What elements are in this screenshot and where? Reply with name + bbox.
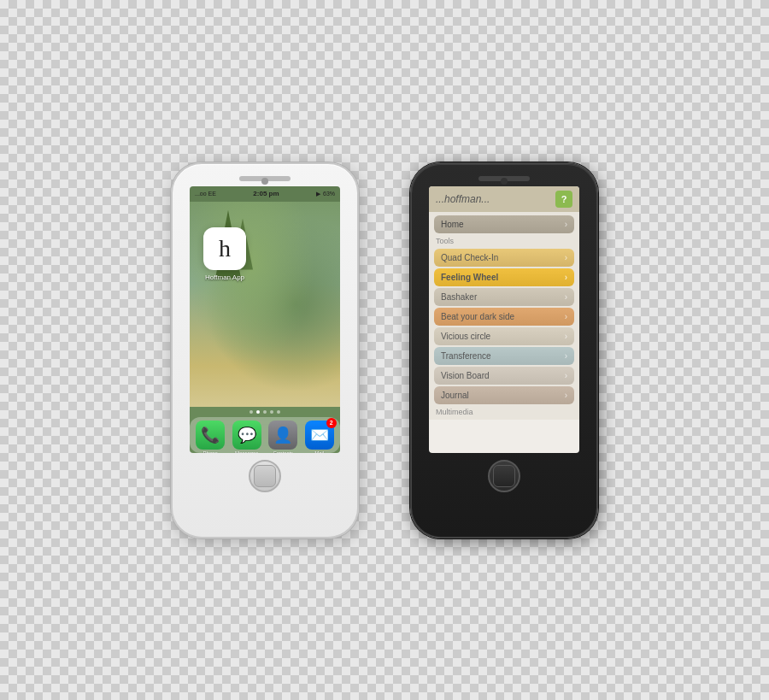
chevron-icon-feeling: › [565, 273, 567, 282]
multimedia-section-label: Multimedia [429, 406, 579, 418]
front-camera [261, 178, 268, 185]
mail-app[interactable]: ✉️ 2 Mail [302, 421, 338, 453]
status-time: 2:05 pm [253, 190, 279, 197]
hoffman-app-label: Hoffman App [202, 274, 248, 281]
page-dots [190, 410, 340, 414]
black-iphone: ...hoffman... ? Home › Tools Quad Check-… [410, 162, 598, 538]
menu-item-vision-board[interactable]: Vision Board › [434, 367, 574, 385]
dot-5 [277, 410, 280, 414]
messages-label: Messages [235, 450, 258, 453]
chevron-icon-beat: › [565, 312, 567, 321]
wallpaper: h Hoffman App [190, 202, 340, 407]
white-iphone: ...oo EE 2:05 pm ▶ 63% h Hoffman App 📞 [171, 162, 359, 538]
chevron-icon-vicious: › [565, 332, 567, 341]
menu-item-quad-checkin[interactable]: Quad Check-In › [434, 249, 574, 267]
contacts-app[interactable]: 👤 Contacts [266, 421, 301, 453]
chevron-icon-journal: › [565, 391, 567, 400]
phone-icon: 📞 [196, 421, 225, 450]
app-header: ...hoffman... ? [429, 186, 579, 212]
chevron-icon-quad: › [565, 253, 567, 262]
mail-badge: 2 [326, 418, 337, 428]
chevron-icon-visionboard: › [565, 371, 567, 380]
front-camera-black [501, 178, 508, 185]
hoffman-app-icon[interactable]: h [203, 227, 246, 270]
dot-4 [270, 410, 273, 414]
vicious-label: Vicious circle [441, 332, 490, 341]
menu-item-home[interactable]: Home › [434, 215, 574, 233]
phone-app[interactable]: 📞 Phone [193, 421, 228, 453]
carrier-text: ...oo EE [195, 191, 216, 197]
home-button-inner-black [493, 465, 515, 487]
menu-item-bashaker[interactable]: Bashaker › [434, 288, 574, 306]
dot-2 [256, 410, 260, 414]
chevron-icon-transference: › [565, 351, 567, 361]
visionboard-label: Vision Board [441, 371, 490, 380]
app-dock: 📞 Phone 💬 Messages 👤 Contacts ✉️ 2 Mail [190, 417, 340, 453]
mail-label: Mail [314, 450, 324, 453]
messages-icon: 💬 [232, 421, 261, 450]
chevron-icon-bashaker: › [565, 292, 567, 302]
home-button[interactable] [249, 460, 281, 492]
app-title: ...hoffman... [436, 193, 490, 205]
menu-item-beat-dark-side[interactable]: Beat your dark side › [434, 308, 574, 326]
status-right: ▶ 63% [316, 191, 335, 197]
bashaker-label: Bashaker [441, 292, 477, 302]
home-label: Home [441, 220, 464, 229]
menu-list: Home › Tools Quad Check-In › Feeling Whe… [429, 212, 579, 420]
menu-item-transference[interactable]: Transference › [434, 347, 574, 365]
home-button-black[interactable] [488, 460, 520, 492]
phone-label: Phone [203, 450, 218, 453]
feeling-label: Feeling Wheel [441, 273, 498, 282]
menu-item-journal[interactable]: Journal › [434, 386, 574, 404]
status-bar: ...oo EE 2:05 pm ▶ 63% [190, 186, 340, 202]
white-screen: ...oo EE 2:05 pm ▶ 63% h Hoffman App 📞 [190, 186, 340, 453]
mail-icon: ✉️ 2 [305, 421, 334, 450]
menu-item-vicious-circle[interactable]: Vicious circle › [434, 327, 574, 345]
battery-icon: ▶ [316, 191, 320, 197]
menu-item-feeling-wheel[interactable]: Feeling Wheel › [434, 268, 574, 286]
home-button-inner [254, 465, 276, 487]
chevron-icon: › [565, 220, 567, 229]
battery-text: 63% [323, 191, 335, 197]
dot-3 [263, 410, 267, 414]
quad-label: Quad Check-In [441, 253, 498, 262]
beat-label: Beat your dark side [441, 312, 514, 321]
messages-app[interactable]: 💬 Messages [230, 421, 265, 453]
contacts-label: Contacts [273, 450, 293, 453]
transference-label: Transference [441, 351, 491, 361]
status-left: ...oo EE [195, 191, 216, 197]
tools-section-label: Tools [429, 235, 579, 247]
help-button[interactable]: ? [555, 191, 572, 208]
black-screen: ...hoffman... ? Home › Tools Quad Check-… [429, 186, 579, 453]
contacts-icon: 👤 [268, 421, 297, 450]
journal-label: Journal [441, 391, 469, 400]
dot-1 [249, 410, 253, 414]
